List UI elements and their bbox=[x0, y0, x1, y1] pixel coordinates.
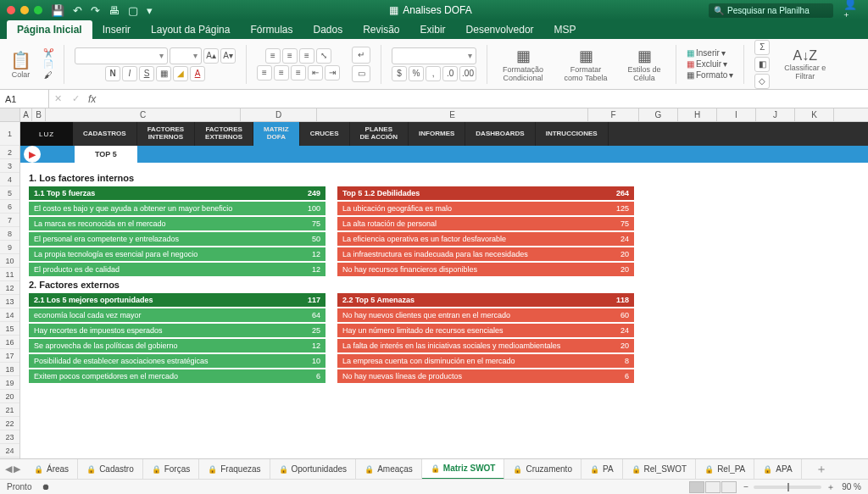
border-button[interactable]: ▦ bbox=[156, 66, 171, 81]
sort-filter-icon[interactable]: A↓Z bbox=[793, 48, 817, 64]
column-header-H[interactable]: H bbox=[678, 108, 717, 121]
column-header-G[interactable]: G bbox=[639, 108, 678, 121]
ribbon-tab-revisão[interactable]: Revisão bbox=[353, 20, 409, 39]
percent-button[interactable]: % bbox=[409, 66, 424, 81]
row-header-2[interactable]: 2 bbox=[0, 146, 19, 159]
minimize-window-button[interactable] bbox=[20, 6, 29, 14]
align-left-button[interactable]: ≡ bbox=[257, 65, 272, 80]
align-bottom-button[interactable]: ≡ bbox=[299, 48, 314, 64]
conditional-formatting-icon[interactable]: ▦ bbox=[516, 47, 531, 65]
macro-recorder-icon[interactable]: ⏺ bbox=[42, 482, 50, 491]
dashboard-nav-item[interactable]: PLANESDE ACCIÓN bbox=[350, 122, 409, 146]
sheet-tab-cruzamento[interactable]: 🔒Cruzamento bbox=[504, 459, 581, 480]
dashboard-nav-item[interactable]: MATRIZDOFA bbox=[253, 122, 300, 146]
dashboard-nav-item[interactable]: CRUCES bbox=[300, 122, 350, 146]
autosum-button[interactable]: Σ bbox=[754, 40, 770, 55]
print-icon[interactable]: 🖶 bbox=[108, 4, 120, 17]
column-header-A[interactable]: A bbox=[20, 108, 32, 121]
row-header-19[interactable]: 19 bbox=[0, 376, 19, 390]
dashboard-nav-item[interactable]: FACTORESINTERNOS bbox=[137, 122, 195, 146]
italic-button[interactable]: I bbox=[122, 66, 137, 81]
dashboard-nav-item[interactable]: CADASTROS bbox=[73, 122, 137, 146]
accept-formula-icon[interactable]: ✓ bbox=[67, 93, 85, 104]
sheet-tab-fraquezas[interactable]: 🔒Fraquezas bbox=[199, 459, 270, 480]
ribbon-tab-msp[interactable]: MSP bbox=[544, 20, 587, 39]
name-box[interactable]: A1 bbox=[0, 90, 49, 108]
merge-button[interactable]: ▭ bbox=[352, 65, 370, 82]
select-all-corner[interactable] bbox=[0, 108, 20, 121]
row-header-9[interactable]: 9 bbox=[0, 241, 19, 254]
ribbon-tab-inserir[interactable]: Inserir bbox=[92, 20, 141, 39]
row-header-18[interactable]: 18 bbox=[0, 363, 19, 376]
row-header-4[interactable]: 4 bbox=[0, 173, 19, 186]
font-select[interactable] bbox=[75, 47, 168, 64]
sheet-tab-cadastro[interactable]: 🔒Cadastro bbox=[78, 459, 143, 480]
sheet-nav-next-icon[interactable]: ▶ bbox=[14, 463, 20, 475]
cancel-formula-icon[interactable]: ✕ bbox=[49, 93, 67, 104]
zoom-slider[interactable] bbox=[754, 486, 821, 489]
column-header-K[interactable]: K bbox=[795, 108, 834, 121]
fill-button[interactable]: ◧ bbox=[754, 57, 770, 72]
column-header-B[interactable]: B bbox=[32, 108, 46, 121]
zoom-out-button[interactable]: − bbox=[743, 482, 748, 491]
increase-indent-button[interactable]: ⇥ bbox=[325, 65, 340, 80]
align-right-button[interactable]: ≡ bbox=[291, 65, 306, 80]
dashboard-nav-item[interactable]: INTRUCCIONES bbox=[536, 122, 609, 146]
page-break-view-button[interactable] bbox=[721, 481, 737, 493]
top5-tab[interactable]: TOP 5 bbox=[75, 146, 137, 163]
qat-dropdown-icon[interactable]: ▾ bbox=[147, 4, 153, 17]
currency-button[interactable]: $ bbox=[392, 66, 407, 81]
ribbon-tab-exibir[interactable]: Exibir bbox=[410, 20, 456, 39]
number-format-select[interactable] bbox=[392, 47, 476, 64]
decrease-indent-button[interactable]: ⇤ bbox=[308, 65, 323, 80]
column-header-J[interactable]: J bbox=[756, 108, 795, 121]
format-cells-button[interactable]: ▦ Formato ▾ bbox=[687, 70, 733, 80]
row-header-16[interactable]: 16 bbox=[0, 336, 19, 349]
row-header-3[interactable]: 3 bbox=[0, 159, 19, 173]
column-header-I[interactable]: I bbox=[717, 108, 756, 121]
column-header-D[interactable]: D bbox=[241, 108, 317, 121]
undo-icon[interactable]: ↶ bbox=[73, 4, 82, 17]
sheet-tab-forças[interactable]: 🔒Forças bbox=[143, 459, 200, 480]
page-layout-view-button[interactable] bbox=[705, 481, 721, 493]
comma-button[interactable]: , bbox=[426, 66, 441, 81]
new-file-icon[interactable]: ▢ bbox=[128, 4, 138, 17]
row-header-15[interactable]: 15 bbox=[0, 322, 19, 336]
row-header-14[interactable]: 14 bbox=[0, 308, 19, 322]
increase-decimal-button[interactable]: .0 bbox=[442, 66, 458, 81]
column-header-C[interactable]: C bbox=[46, 108, 241, 121]
clear-button[interactable]: ◇ bbox=[754, 74, 770, 89]
normal-view-button[interactable] bbox=[689, 481, 704, 493]
row-header-5[interactable]: 5 bbox=[0, 186, 19, 200]
row-header-8[interactable]: 8 bbox=[0, 227, 19, 241]
ribbon-tab-layout-da-página[interactable]: Layout da Página bbox=[141, 20, 240, 39]
dashboard-nav-item[interactable]: FACTORESEXTERNOS bbox=[195, 122, 253, 146]
sheet-tab-ameaças[interactable]: 🔒Ameaças bbox=[356, 459, 422, 480]
increase-font-button[interactable]: A▴ bbox=[203, 48, 219, 64]
redo-icon[interactable]: ↷ bbox=[91, 4, 100, 17]
close-window-button[interactable] bbox=[7, 6, 15, 14]
insert-cells-button[interactable]: ▦ Inserir ▾ bbox=[687, 48, 726, 58]
add-sheet-button[interactable]: ＋ bbox=[807, 462, 836, 477]
sheet-tab-áreas[interactable]: 🔒Áreas bbox=[25, 459, 78, 480]
row-header-11[interactable]: 11 bbox=[0, 268, 19, 281]
row-header-12[interactable]: 12 bbox=[0, 281, 19, 295]
share-icon[interactable]: 👤⁺ bbox=[843, 0, 861, 23]
align-center-button[interactable]: ≡ bbox=[274, 65, 289, 80]
underline-button[interactable]: S bbox=[139, 66, 154, 81]
row-header-6[interactable]: 6 bbox=[0, 200, 19, 214]
sheet-tab-apa[interactable]: 🔒APA bbox=[754, 459, 801, 480]
ribbon-tab-dados[interactable]: Dados bbox=[303, 20, 353, 39]
row-header-22[interactable]: 22 bbox=[0, 417, 19, 430]
fx-icon[interactable]: fx bbox=[85, 93, 99, 105]
row-header-24[interactable]: 24 bbox=[0, 444, 19, 458]
orientation-button[interactable]: ⤡ bbox=[316, 48, 331, 64]
row-header-13[interactable]: 13 bbox=[0, 295, 19, 308]
align-top-button[interactable]: ≡ bbox=[265, 48, 281, 64]
decrease-decimal-button[interactable]: .00 bbox=[459, 66, 476, 81]
font-color-button[interactable]: A bbox=[190, 66, 205, 81]
dashboard-nav-item[interactable]: INFORMES bbox=[409, 122, 465, 146]
ribbon-tab-desenvolvedor[interactable]: Desenvolvedor bbox=[456, 20, 544, 39]
font-size-select[interactable] bbox=[170, 47, 202, 64]
copy-icon[interactable]: 📄 bbox=[43, 59, 53, 69]
